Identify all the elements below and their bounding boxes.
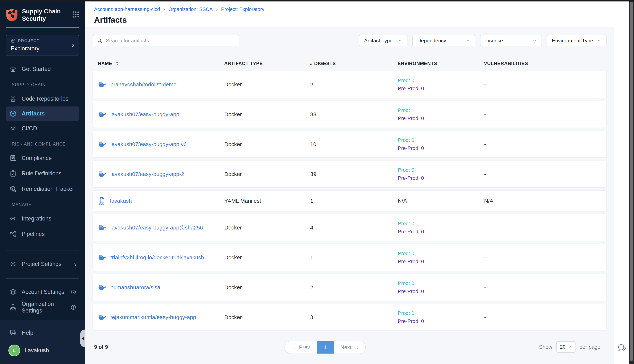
sidebar-item-artifacts[interactable]: Artifacts bbox=[6, 106, 79, 121]
sidebar-item-help[interactable]: ? Help bbox=[0, 325, 85, 340]
environments-cell: Prod: 0 Pre-Prod: 0 bbox=[398, 309, 484, 325]
environments-cell: Prod: 0 Pre-Prod: 0 bbox=[398, 279, 484, 296]
artifact-name-link[interactable]: humanshuarora/slsa bbox=[110, 284, 160, 290]
table-row: humanshuarora/slsa Docker 2 Prod: 0 Pre-… bbox=[93, 274, 606, 301]
table-row: trialpfv2hi.jfrog.io/docker-trial/lavaku… bbox=[93, 244, 606, 271]
search-input[interactable] bbox=[106, 38, 235, 44]
docker-icon bbox=[98, 81, 106, 88]
env-prod-link[interactable]: Prod: 0 bbox=[398, 250, 484, 258]
breadcrumb-project[interactable]: Project: Exploratory bbox=[221, 6, 264, 12]
sidebar-item-pipelines[interactable]: Pipelines bbox=[0, 226, 85, 242]
env-preprod-link[interactable]: Pre-Prod: 0 bbox=[398, 144, 484, 152]
avatar: L bbox=[9, 344, 20, 356]
sidebar-item-label: Get Started bbox=[22, 66, 51, 72]
env-preprod-link[interactable]: Pre-Prod: 0 bbox=[398, 228, 484, 236]
environments-cell: Prod: 0 Pre-Prod: 0 bbox=[398, 76, 484, 92]
sidebar-menu: Get Started SUPPLY CHAIN </> Code Reposi… bbox=[0, 62, 85, 315]
app-switcher-grid-icon[interactable] bbox=[72, 10, 80, 18]
pagination-summary: 9 of 9 bbox=[94, 344, 108, 350]
filter-license[interactable]: License bbox=[480, 35, 542, 46]
artifact-name-link[interactable]: lavakush07/easy-buggy-app-2 bbox=[110, 171, 184, 177]
env-prod-link[interactable]: Prod: 0 bbox=[398, 76, 484, 84]
cube-icon bbox=[9, 110, 17, 118]
filter-artifact-type[interactable]: Artifact Type bbox=[359, 35, 407, 46]
artifact-name-link[interactable]: pranaycshah/todolist-demo bbox=[110, 82, 176, 88]
environments-cell: Prod: 0 Pre-Prod: 0 bbox=[398, 250, 484, 266]
chat-support-icon[interactable] bbox=[617, 344, 626, 353]
env-preprod-link[interactable]: Pre-Prod: 0 bbox=[398, 317, 484, 325]
env-preprod-link[interactable]: Pre-Prod: 0 bbox=[398, 258, 484, 266]
help-chat-icon: ? bbox=[9, 329, 17, 337]
breadcrumb-account[interactable]: Account: app-harness-ng-cicd bbox=[94, 6, 160, 12]
sidebar-item-code-repositories[interactable]: </> Code Repositories bbox=[0, 91, 85, 106]
sidebar-item-ci-cd[interactable]: ∞ CI/CD bbox=[0, 121, 85, 136]
env-prod-link[interactable]: Prod: 0 bbox=[398, 136, 484, 144]
sidebar-item-label: Project Settings bbox=[22, 261, 62, 268]
sidebar-item-organization-settings[interactable]: Organization Settings bbox=[0, 300, 85, 315]
next-page-button[interactable]: Next → bbox=[334, 341, 366, 354]
env-prod-link[interactable]: Prod: 0 bbox=[398, 309, 484, 317]
clipboard-check-icon bbox=[9, 170, 17, 178]
digest-count: 10 bbox=[310, 141, 398, 147]
artifact-name-link[interactable]: lavakush07/easy-buggy-app@sha256 bbox=[110, 224, 203, 231]
artifact-type: Docker bbox=[224, 111, 310, 118]
sidebar-item-rule-definitions[interactable]: Rule Definitions bbox=[0, 166, 85, 181]
vulnerabilities-cell: - bbox=[484, 82, 606, 88]
filter-dependency[interactable]: Dependency bbox=[412, 35, 475, 46]
search-box bbox=[93, 35, 239, 46]
docker-icon bbox=[98, 314, 106, 321]
per-page-select[interactable]: 20 bbox=[556, 341, 575, 353]
artifact-name-link[interactable]: lavakush07/easy-buggy-app:v6 bbox=[110, 141, 187, 147]
artifact-name-link[interactable]: lavakush bbox=[110, 198, 132, 204]
env-prod-link[interactable]: Prod: 1 bbox=[398, 106, 484, 114]
sidebar-item-label: Rule Definitions bbox=[22, 170, 62, 177]
vulnerabilities-cell: - bbox=[484, 171, 606, 177]
collapse-arrow-icon bbox=[82, 336, 84, 340]
artifact-name-link[interactable]: trialpfv2hi.jfrog.io/docker-trial/lavaku… bbox=[110, 254, 204, 261]
sidebar-section-supply-chain: SUPPLY CHAIN bbox=[12, 82, 85, 88]
arrow-right-icon: → bbox=[354, 344, 359, 350]
artifact-type: Docker bbox=[224, 141, 310, 147]
env-preprod-link[interactable]: Pre-Prod: 0 bbox=[398, 114, 484, 122]
artifact-name-link[interactable]: tejakummarikuntla/easy-buggy-app bbox=[110, 314, 196, 320]
yaml-file-icon: YML bbox=[98, 197, 106, 205]
sidebar-item-label: Artifacts bbox=[22, 110, 45, 117]
env-prod-link[interactable]: Prod: 0 bbox=[398, 279, 484, 288]
vulnerabilities-cell: - bbox=[484, 224, 606, 231]
environments-na: N/A bbox=[398, 198, 407, 204]
sidebar-item-get-started[interactable]: Get Started bbox=[0, 62, 85, 77]
page-number-1[interactable]: 1 bbox=[317, 341, 334, 354]
sidebar-collapse-handle[interactable] bbox=[80, 330, 85, 347]
project-selector[interactable]: PROJECT Exploratory › bbox=[6, 35, 79, 56]
sort-icon[interactable] bbox=[115, 61, 120, 66]
sidebar-section-risk-and-compliance: RISK AND COMPLIANCE bbox=[12, 142, 85, 147]
sidebar-item-compliance[interactable]: Compliance bbox=[0, 150, 85, 166]
docker-icon bbox=[98, 254, 106, 261]
sidebar-item-label: CI/CD bbox=[22, 125, 37, 132]
sidebar-item-remediation-tracker[interactable]: Remediation Tracker bbox=[0, 181, 85, 197]
env-prod-link[interactable]: Prod: 0 bbox=[398, 220, 484, 228]
user-row[interactable]: L Lavakush bbox=[0, 344, 85, 356]
per-page-label: per page bbox=[579, 344, 601, 350]
filter-environment-type[interactable]: Environment Type bbox=[547, 35, 606, 46]
per-page-control: Show 20 per page bbox=[539, 341, 600, 353]
sidebar-item-label: Organization Settings bbox=[22, 301, 66, 314]
scrollbar-thumb[interactable] bbox=[629, 2, 633, 361]
digest-count: 4 bbox=[310, 224, 398, 231]
sidebar-item-integrations[interactable]: Integrations bbox=[0, 211, 85, 226]
sidebar-item-project-settings[interactable]: Project Settings › bbox=[0, 256, 85, 272]
env-prod-link[interactable]: Prod: 0 bbox=[398, 166, 484, 174]
artifact-name-link[interactable]: lavakush07/easy-buggy-app bbox=[110, 111, 179, 118]
breadcrumb-organization[interactable]: Organization: SSCA bbox=[168, 6, 213, 12]
env-preprod-link[interactable]: Pre-Prod: 0 bbox=[398, 174, 484, 182]
window-top-edge bbox=[0, 0, 634, 2]
sidebar-item-label: Remediation Tracker bbox=[22, 186, 74, 192]
page-scrollbar[interactable] bbox=[629, 0, 634, 364]
env-preprod-link[interactable]: Pre-Prod: 0 bbox=[398, 288, 484, 296]
prev-page-button[interactable]: ← Prev bbox=[285, 341, 317, 354]
env-preprod-link[interactable]: Pre-Prod: 0 bbox=[398, 84, 484, 92]
column-header-digests: # DIGESTS bbox=[310, 61, 398, 66]
sidebar-item-account-settings[interactable]: Account Settings bbox=[0, 284, 85, 300]
table-row: lavakush07/easy-buggy-app@sha256 Docker … bbox=[93, 214, 606, 241]
sidebar-item-label: Code Repositories bbox=[22, 96, 68, 102]
